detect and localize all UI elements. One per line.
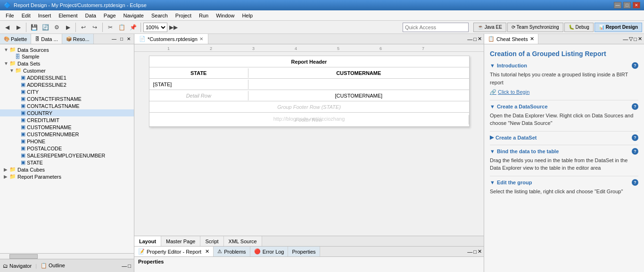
perspective-team-sync[interactable]: ⟳ Team Synchronizing [507, 23, 563, 32]
intro-help-icon[interactable]: ? [632, 62, 638, 69]
cs-editgroup-header[interactable]: ▼ Edit the group ? [490, 179, 638, 186]
right-min-icon[interactable]: — [623, 36, 628, 42]
bind-help-icon[interactable]: ? [632, 148, 638, 155]
toolbar-btn-1[interactable]: ◀ [2, 22, 12, 33]
toolbar-redo[interactable]: ↪ [90, 22, 100, 33]
prop-editor-close[interactable]: ✕ [205, 248, 209, 255]
maximize-left-icon[interactable]: □ [119, 36, 124, 42]
cs-dataset-header[interactable]: ▶ Create a DataSet ? [490, 134, 638, 141]
toolbar-btn-4[interactable]: ⚙ [51, 22, 62, 33]
perspective-report-design[interactable]: 📊 Report Design [594, 23, 642, 32]
tree-country[interactable]: ▣ COUNTRY [0, 109, 134, 116]
tree-datasources[interactable]: ▼ 📁 Data Sources [0, 46, 134, 53]
prop-max-icon[interactable]: □ [473, 249, 477, 255]
nav-min[interactable]: — [122, 263, 127, 269]
right-pop-icon[interactable]: ▽ [629, 36, 633, 42]
tab-error-log[interactable]: 🔴 Error Log [250, 247, 289, 256]
perspective-debug[interactable]: 🐛 Debug [564, 23, 594, 32]
nav-max[interactable]: □ [128, 263, 131, 269]
editor-tab-close[interactable]: ✕ [199, 36, 203, 41]
datasource-help-icon[interactable]: ? [632, 103, 638, 110]
menu-navigate[interactable]: Navigate [120, 12, 148, 19]
toggle-datasources[interactable]: ▼ [4, 47, 9, 52]
tree-addressline2[interactable]: ▣ ADDRESSLINE2 [0, 81, 134, 88]
canvas-tab-layout[interactable]: Layout [134, 236, 161, 246]
toggle-reportparams[interactable]: ▶ [4, 174, 9, 179]
left-scrollbar[interactable] [0, 253, 134, 259]
canvas-tab-master[interactable]: Master Page [161, 236, 200, 246]
toolbar-copy[interactable]: 📋 [116, 22, 127, 33]
tree-datacubes[interactable]: ▶ 📁 Data Cubes [0, 166, 134, 173]
tree-state[interactable]: ▣ STATE [0, 159, 134, 166]
tree-creditlimit[interactable]: ▣ CREDITLIMIT [0, 116, 134, 124]
canvas-tab-script[interactable]: Script [200, 236, 223, 246]
tab-resources[interactable]: 📦 Reso... [62, 34, 94, 44]
toggle-datasets[interactable]: ▼ [4, 61, 9, 66]
cheat-sheets-close[interactable]: ✕ [530, 36, 534, 42]
quick-access-input[interactable] [403, 23, 469, 32]
menu-insert[interactable]: Insert [34, 12, 55, 19]
toggle-datacubes[interactable]: ▶ [4, 167, 9, 172]
tree-customernumber[interactable]: ▣ CUSTOMERNUMBER [0, 131, 134, 138]
tab-palette[interactable]: 🎨 Palette [0, 34, 31, 44]
toolbar-btn-5[interactable]: ▶ [63, 22, 73, 33]
zoom-control[interactable]: 100% 75% 125% 150% [143, 23, 167, 32]
tab-properties[interactable]: Properties [288, 247, 320, 256]
tree-contactfirstname[interactable]: ▣ CONTACTFIRSTNAME [0, 95, 134, 102]
tab-problems[interactable]: ⚠ Problems [214, 247, 250, 256]
tree-phone[interactable]: ▣ PHONE [0, 138, 134, 145]
editor-min-icon[interactable]: — [467, 36, 472, 42]
toolbar-undo[interactable]: ↩ [78, 22, 89, 33]
tree-sample[interactable]: 🗄 Sample [0, 53, 134, 60]
tab-customers-rptdesign[interactable]: 📄 *Customers.rptdesign ✕ [134, 34, 208, 44]
tree-contactlastname[interactable]: ▣ CONTACTLASTNAME [0, 102, 134, 109]
tab-property-editor-report[interactable]: 📝 Property Editor - Report ✕ [134, 247, 214, 256]
tree-addressline1[interactable]: ▣ ADDRESSLINE1 [0, 74, 134, 81]
zoom-select[interactable]: 100% 75% 125% 150% [143, 23, 167, 32]
menu-search[interactable]: Search [148, 12, 172, 19]
window-controls[interactable]: — □ ✕ [614, 2, 640, 8]
menu-window[interactable]: Window [212, 12, 238, 19]
toolbar-save[interactable]: 💾 [29, 22, 39, 33]
tree-datasets[interactable]: ▼ 📁 Data Sets [0, 60, 134, 67]
right-max-icon[interactable]: □ [634, 36, 637, 42]
toolbar-cut[interactable]: ✂ [105, 22, 116, 33]
menu-project[interactable]: Project [172, 12, 195, 19]
toolbar-btn-3[interactable]: 🔄 [40, 22, 50, 33]
minimize-button[interactable]: — [614, 2, 621, 8]
toolbar-btn-2[interactable]: ▶ [13, 22, 24, 33]
maximize-button[interactable]: □ [623, 2, 631, 8]
tree-customer[interactable]: ▼ 📁 Customer [0, 67, 134, 74]
menu-edit[interactable]: Edit [18, 12, 34, 19]
editgroup-help-icon[interactable]: ? [632, 179, 638, 186]
minimize-left-icon[interactable]: — [110, 36, 118, 42]
tab-navigator[interactable]: 🗂 Navigator [3, 263, 32, 269]
cs-section-intro-header[interactable]: ▼ Introduction ? [490, 62, 638, 69]
tree-city[interactable]: ▣ CITY [0, 88, 134, 95]
right-close-icon[interactable]: ✕ [638, 36, 642, 42]
click-to-begin-link[interactable]: 🔗 Click to Begin [490, 88, 638, 96]
editor-max-icon[interactable]: □ [473, 36, 477, 42]
perspective-java-ee[interactable]: ☕ Java EE [473, 23, 506, 32]
menu-file[interactable]: File [2, 12, 18, 19]
toggle-customer[interactable]: ▼ [9, 68, 15, 73]
menu-element[interactable]: Element [55, 12, 81, 19]
menu-page[interactable]: Page [100, 12, 120, 19]
toolbar-paste[interactable]: 📌 [128, 22, 138, 33]
tree-customername[interactable]: ▣ CUSTOMERNAME [0, 124, 134, 131]
menu-help[interactable]: Help [238, 12, 256, 19]
cs-datasource-header[interactable]: ▼ Create a DataSource ? [490, 103, 638, 110]
close-button[interactable]: ✕ [633, 2, 640, 8]
toolbar-btn-run[interactable]: ▶▶ [168, 22, 179, 33]
tree-reportparams[interactable]: ▶ 📁 Report Parameters [0, 173, 134, 180]
editor-close-icon[interactable]: ✕ [478, 36, 482, 42]
tree-postalcode[interactable]: ▣ POSTALCODE [0, 145, 134, 152]
tab-outline[interactable]: 📋 Outline [41, 263, 65, 269]
tab-data-explorer[interactable]: 🗄 Data ... [31, 34, 62, 44]
tab-cheat-sheets[interactable]: 📋 Cheat Sheets ✕ [484, 34, 538, 44]
left-scroll-thumb[interactable] [9, 254, 38, 259]
tree-salesrep[interactable]: ▣ SALESREPEMPLOYEENUMBER [0, 152, 134, 159]
menu-data[interactable]: Data [82, 12, 100, 19]
canvas-tab-xml[interactable]: XML Source [224, 236, 262, 246]
report-canvas[interactable]: 1 2 3 4 5 6 7 Report Header [134, 44, 484, 236]
